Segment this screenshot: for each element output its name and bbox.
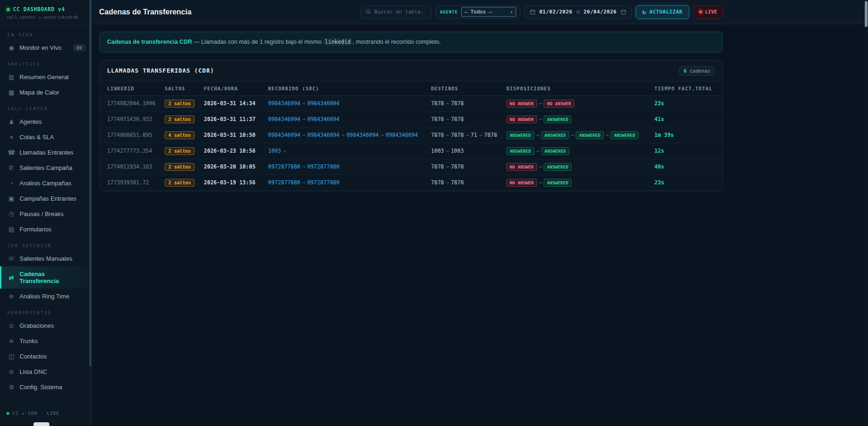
src-number-link[interactable]: 0984346094 <box>386 132 418 138</box>
live-count-badge: 69 <box>74 44 85 51</box>
agent-filter-label: AGENTE <box>440 10 458 14</box>
sidebar-item-label: Resumen General <box>20 74 69 81</box>
table-row[interactable]: 1773939381.722 saltos2026-03-19 13:56097… <box>100 175 722 190</box>
sidebar-item-label: Contactos <box>20 353 47 360</box>
sidebar-item-llamadas-entrantes[interactable]: ☎Llamadas Entrantes <box>0 145 91 160</box>
src-number-link[interactable]: 1003 <box>268 148 281 154</box>
cell-fecha: 2026-03-31 10:50 <box>199 127 263 143</box>
cell-linkedid: 1774277773.354 <box>100 143 160 159</box>
sidebar-item-analisis-campanas[interactable]: ◔Análisis Campañas <box>0 176 91 191</box>
page-scrollbar[interactable] <box>864 0 868 426</box>
table-row[interactable]: 1774277773.3542 saltos2026-03-23 10:5610… <box>100 143 722 159</box>
sidebar-item-grabaciones[interactable]: ⊙Grabaciones <box>0 318 91 333</box>
sidebar-item-contactos[interactable]: ◫Contactos <box>0 349 91 364</box>
sidebar-item-analisis-ring-time[interactable]: ⊚Análisis Ring Time <box>0 289 91 304</box>
arrow-icon: → <box>281 148 288 154</box>
table-row[interactable]: 1774068651.8954 saltos2026-03-31 10:5009… <box>100 127 722 143</box>
column-header[interactable]: TIEMPO FACT.TOTAL <box>650 81 722 96</box>
cell-saltos: 2 saltos <box>160 159 199 175</box>
table-row[interactable]: 1774011934.1632 saltos2026-03-20 10:0509… <box>100 159 722 175</box>
cell-linkedid: 1774068651.895 <box>100 127 160 143</box>
sidebar-item-label: Formularios <box>20 226 52 233</box>
sidebar: CC DASHBOARD v4 call_center + asteriskcd… <box>0 0 92 426</box>
cell-destinos: 7878→7878 <box>426 175 502 190</box>
arrow-icon: → <box>569 132 576 138</box>
cell-linkedid: 1774011934.163 <box>100 159 160 175</box>
column-header[interactable]: RECORRIDO (SRC) <box>263 81 426 96</box>
sidebar-item-colas-sla[interactable]: ≡Colas & SLA <box>0 129 91 145</box>
table-row[interactable]: 1774071430.9322 saltos2026-03-31 11:3709… <box>100 111 722 127</box>
sidebar-item-campanas-entrantes[interactable]: ▣Campañas Entrantes <box>0 191 91 206</box>
refresh-button-label: ACTUALIZAR <box>649 9 682 15</box>
src-number-link[interactable]: 0972877880 <box>307 179 339 186</box>
dest-number: 7878 <box>431 132 444 138</box>
src-number-link[interactable]: 0984346094 <box>268 132 300 138</box>
sidebar-item-label: Campañas Entrantes <box>20 195 76 202</box>
page-scrollbar-thumb[interactable] <box>865 1 868 27</box>
cell-linkedid: 1774082044.1006 <box>100 95 160 111</box>
nav-section-label: CALL CENTER <box>0 100 91 114</box>
src-number-link[interactable]: 0984346094 <box>268 100 300 107</box>
sidebar-item-lista-dnc[interactable]: ⊘Lista DNC <box>0 364 91 379</box>
search-input[interactable] <box>374 9 426 15</box>
sidebar-item-agentes[interactable]: ♟Agentes <box>0 114 91 129</box>
arrow-icon: → <box>537 179 544 186</box>
saltos-badge: 2 saltos <box>165 115 195 123</box>
src-number-link[interactable]: 0984346094 <box>307 132 339 138</box>
cell-saltos: 2 saltos <box>160 95 199 111</box>
src-number-link[interactable]: 0984346094 <box>268 116 300 122</box>
cell-recorrido: 0984346094→0984346094→0984346094→0984346… <box>263 127 426 143</box>
sidebar-scrollbar-thumb[interactable] <box>89 0 91 366</box>
src-number-link[interactable]: 0984346094 <box>307 100 339 107</box>
sidebar-item-config-sistema[interactable]: ⚙Config. Sistema <box>0 379 91 395</box>
table-row[interactable]: 1774082044.10062 saltos2026-03-31 14:340… <box>100 95 722 111</box>
nav-section-label: CDR ASTERISK <box>0 237 91 251</box>
src-number-link[interactable]: 0972877880 <box>307 163 339 170</box>
arrow-icon: → <box>300 179 307 186</box>
disposition-badge: NO ANSWER <box>544 100 574 108</box>
ring-time-icon: ⊚ <box>7 293 15 300</box>
cell-destinos: 7878→7878 <box>426 111 502 127</box>
src-number-link[interactable]: 0984346094 <box>346 132 378 138</box>
date-to-input[interactable]: 20/04/2026 <box>584 9 617 15</box>
disposition-badge: ANSWERED <box>506 131 534 139</box>
live-dot-icon <box>699 10 702 14</box>
src-number-link[interactable]: 0984346094 <box>307 116 339 122</box>
arrow-icon: → <box>339 132 346 138</box>
sidebar-item-pausas-breaks[interactable]: ◷Pausas / Breaks <box>0 206 91 222</box>
saltos-badge: 2 saltos <box>165 147 195 155</box>
src-number-link[interactable]: 0972877880 <box>268 163 300 170</box>
sidebar-item-mapa-de-calor[interactable]: ▦Mapa de Calor <box>0 85 91 100</box>
column-header[interactable]: FECHA/HORA <box>199 81 263 96</box>
agent-filter-group: AGENTE — Todos — ▾ <box>436 6 520 19</box>
sidebar-item-trunks[interactable]: ≋Trunks <box>0 333 91 349</box>
column-header[interactable]: DESTINOS <box>426 81 502 96</box>
dest-number: 7878 <box>431 179 444 186</box>
date-from-input[interactable]: 01/02/2026 <box>539 9 572 15</box>
cell-fecha: 2026-03-23 10:56 <box>199 143 263 159</box>
column-header[interactable]: LINKEDID <box>100 81 160 96</box>
dest-number: 7878 <box>451 132 464 138</box>
sidebar-item-resumen-general[interactable]: ▥Resumen General <box>0 69 91 85</box>
saltos-badge: 2 saltos <box>165 179 195 187</box>
search-box[interactable] <box>361 6 431 19</box>
sidebar-item-label: Salientes Manuales <box>20 255 72 262</box>
sidebar-item-cadenas-transferencia[interactable]: ⇄Cadenas Transferencia <box>0 266 91 289</box>
sidebar-scrollbar[interactable] <box>89 0 91 426</box>
forms-icon: ▤ <box>7 226 15 233</box>
topbar: Cadenas de Transferencia AGENTE — Todos … <box>92 0 868 24</box>
column-header[interactable]: DISPOSICIONES <box>502 81 650 96</box>
live-badge[interactable]: LIVE <box>693 6 723 19</box>
pause-clock-icon: ◷ <box>7 210 15 217</box>
sidebar-item-salientes-campana[interactable]: ✆Salientes Campaña <box>0 160 91 176</box>
sidebar-item-salientes-manuales[interactable]: ☏Salientes Manuales <box>0 251 91 266</box>
sidebar-item-monitor-en-vivo[interactable]: ◉Monitor en Vivo69 <box>0 40 91 55</box>
column-header[interactable]: SALTOS <box>160 81 199 96</box>
arrow-icon: → <box>534 132 541 138</box>
agent-select[interactable]: — Todos — ▾ <box>461 7 516 17</box>
src-number-link[interactable]: 0972877880 <box>268 179 300 186</box>
refresh-button[interactable]: ↻ ACTUALIZAR <box>636 5 689 19</box>
sidebar-item-label: Cadenas Transferencia <box>20 270 85 284</box>
arrow-icon: → <box>444 100 451 107</box>
sidebar-item-formularios[interactable]: ▤Formularios <box>0 222 91 237</box>
